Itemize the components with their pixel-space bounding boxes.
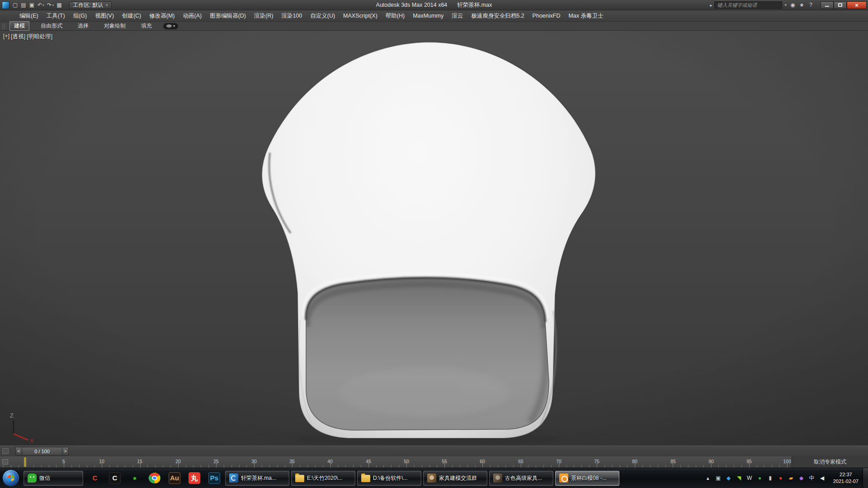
tray-netdisk-icon[interactable]: ◆ <box>724 475 733 481</box>
menu-item[interactable]: 动画(A) <box>179 11 206 21</box>
menu-item[interactable]: 创建(C) <box>118 11 145 21</box>
show-desktop-button[interactable] <box>863 468 868 488</box>
menu-item[interactable]: 组(G) <box>69 11 91 21</box>
green-browser-icon[interactable]: ● <box>125 469 145 487</box>
taskbar-window-button[interactable]: 古色高级家具... <box>489 471 553 486</box>
app-title-text: Autodesk 3ds Max 2014 x64 <box>376 2 448 8</box>
wan-app-icon[interactable]: 丸 <box>184 469 204 487</box>
ribbon-tab[interactable]: 自由形式 <box>37 22 66 30</box>
workspace-label: 工作区: 默认 <box>73 1 104 9</box>
maximize-icon <box>838 3 842 7</box>
save-file-icon[interactable]: ▣ <box>28 1 36 9</box>
tray-music-icon[interactable]: ● <box>776 475 785 481</box>
menu-item[interactable]: 渲染(R) <box>250 11 277 21</box>
image-viewer-icon <box>559 474 568 483</box>
menu-item[interactable]: Max 杀毒卫士 <box>564 11 607 21</box>
tray-pc-manager-icon[interactable]: ▣ <box>714 475 723 481</box>
redo-icon[interactable]: ↷▾ <box>46 1 55 9</box>
ribbon-grip-icon[interactable] <box>3 23 5 29</box>
undo-icon[interactable]: ↶▾ <box>36 1 46 9</box>
workspace-dropdown[interactable]: 工作区: 默认 ▾ <box>69 1 112 9</box>
track-bar[interactable]: 5 10 15 20 25 30 35 40 45 50 55 60 <box>0 456 792 468</box>
frame-tick-label: 100 <box>783 459 791 464</box>
tray-volume-icon[interactable]: ◀ <box>818 475 827 481</box>
tray-expand-icon[interactable]: ▴ <box>703 475 712 481</box>
taskbar-button-label: 古色高级家具... <box>505 474 542 482</box>
ribbon-tab[interactable]: 对象绘制 <box>100 22 130 30</box>
taskbar: 微信 C C ● Au <box>0 468 868 488</box>
favorites-icon[interactable]: ★ <box>798 2 806 8</box>
viewport-label-segment[interactable]: [+] <box>3 33 9 41</box>
tray-ime-icon[interactable]: 中 <box>807 474 816 482</box>
tray-security-icon[interactable]: ● <box>755 475 764 481</box>
teacup-model[interactable] <box>262 42 595 446</box>
minimize-button[interactable] <box>821 1 834 9</box>
viewport-label-segment[interactable]: [透视] <box>11 33 25 41</box>
corel-icon[interactable]: C <box>85 469 105 487</box>
windows-logo-icon <box>7 475 14 481</box>
menu-item[interactable]: PhoenixFD <box>528 11 565 20</box>
taskbar-clock[interactable]: 22:37 2021-02-07 <box>833 471 859 485</box>
menu-item[interactable]: 视图(V) <box>91 11 118 21</box>
new-scene-icon[interactable]: ▢ <box>11 1 19 9</box>
viewport[interactable]: Z X [+] [透视] [明暗处理] <box>0 31 868 446</box>
chrome-icon[interactable] <box>145 469 165 487</box>
menu-item[interactable]: 修改器(M) <box>145 11 179 21</box>
frame-tick-label: 50 <box>404 459 409 464</box>
ribbon-tab[interactable]: 填充 <box>137 22 156 30</box>
menu-item[interactable]: 渲云 <box>448 11 467 21</box>
menu-item[interactable]: MAXScript(X) <box>339 11 382 20</box>
current-frame-marker[interactable] <box>24 457 26 467</box>
menu-item[interactable]: 编辑(E) <box>15 11 42 21</box>
menu-item[interactable]: 图形编辑器(D) <box>206 11 250 21</box>
menu-item[interactable]: MaxMummy <box>409 11 448 20</box>
project-folder-icon[interactable]: ▦ <box>55 1 63 9</box>
infocenter-search-input[interactable] <box>714 1 782 9</box>
clock-date: 2021-02-07 <box>833 478 859 485</box>
tray-cloud-sync-icon[interactable]: ▰ <box>787 475 796 481</box>
tray-wps-icon[interactable]: W <box>745 475 754 481</box>
tray-downloader-icon[interactable]: ◆ <box>797 475 806 481</box>
ribbon-tab[interactable]: 建模 <box>9 21 29 31</box>
taskbar-window-button[interactable]: 轩荣茶杯.ma... <box>225 471 289 486</box>
frame-tick-label: 85 <box>670 459 676 464</box>
close-button[interactable]: × <box>847 1 867 9</box>
taskbar-window-button[interactable]: 茶杯白模08 -... <box>555 471 619 486</box>
cancel-expert-mode-button[interactable]: 取消专家模式 <box>792 456 868 468</box>
maximize-button[interactable] <box>834 1 847 9</box>
open-file-icon[interactable]: ▤ <box>19 1 28 9</box>
ribbon-tab[interactable]: 选择 <box>74 22 93 30</box>
capcut-icon[interactable]: C <box>105 469 125 487</box>
viewport-label: [+] [透视] [明暗处理] <box>3 33 52 41</box>
menu-item[interactable]: 渲染100 <box>277 11 306 21</box>
taskbar-wechat-button[interactable]: 微信 <box>24 471 83 486</box>
taskbar-window-button[interactable]: E:\天竹2020\... <box>291 471 355 486</box>
previous-frame-button[interactable]: < <box>15 447 22 455</box>
menu-item[interactable]: 工具(T) <box>42 11 69 21</box>
menu-item[interactable]: 帮助(H) <box>382 11 409 21</box>
tray-mouse-driver-icon[interactable]: ▮ <box>766 475 775 481</box>
ribbon-display-toggle[interactable]: ▾ <box>163 23 178 29</box>
viewport-canvas[interactable]: Z X <box>0 31 868 446</box>
time-slider[interactable]: < 0 / 100 > <box>0 446 868 456</box>
trackbar-options-icon[interactable] <box>2 459 8 465</box>
timeline-toggle-icon[interactable] <box>2 448 9 454</box>
time-slider-handle[interactable]: 0 / 100 <box>22 447 62 455</box>
taskbar-window-button[interactable]: 家具建模交流群 <box>423 471 487 486</box>
menu-item[interactable]: 自定义(U) <box>306 11 339 21</box>
audition-icon[interactable]: Au <box>165 469 184 487</box>
title-bar: ▢ ▤ ▣ ↶▾ ↷▾ ▦ 工作区: 默认 ▾ Autodesk 3ds Max… <box>0 0 868 10</box>
photoshop-icon[interactable]: Ps <box>204 469 224 487</box>
next-frame-button[interactable]: > <box>62 447 69 455</box>
viewport-label-segment[interactable]: [明暗处理] <box>27 33 52 41</box>
communication-center-icon[interactable]: ◉ <box>789 2 797 8</box>
tray-nvidia-icon[interactable]: ◥ <box>735 475 744 481</box>
taskbar-window-button[interactable]: D:\备份软件\... <box>357 471 421 486</box>
menu-item[interactable]: 极速瘦身安全归档5.2 <box>467 11 528 21</box>
frame-tick-label: 5 <box>62 459 65 464</box>
help-icon[interactable]: ? <box>807 2 815 8</box>
infocenter-collapse-icon[interactable]: ▸ <box>710 3 712 8</box>
3dsmax-app-icon[interactable] <box>2 1 9 9</box>
search-dropdown-icon[interactable]: ▾ <box>784 3 787 7</box>
start-button[interactable] <box>2 469 19 487</box>
